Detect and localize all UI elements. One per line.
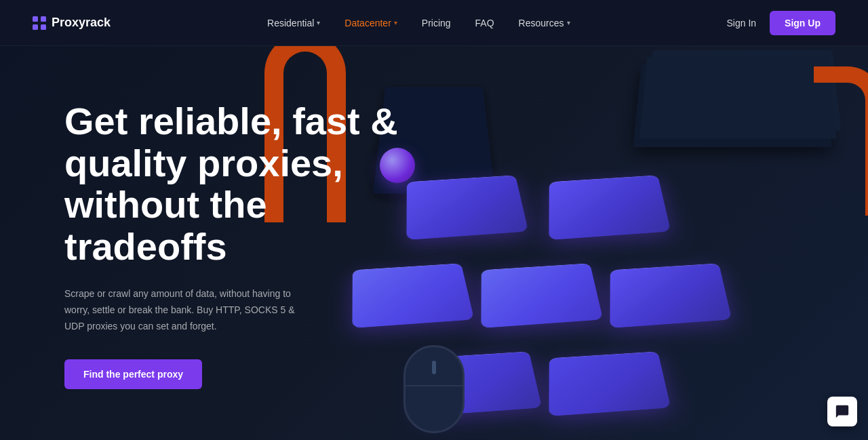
logo-text: Proxyrack (52, 16, 111, 30)
hero-subtitle: Scrape or crawl any amount of data, with… (64, 286, 295, 334)
svg-rect-2 (33, 24, 38, 30)
nav-item-datacenter[interactable]: Datacenter ▾ (344, 18, 397, 28)
tile-7 (549, 351, 671, 416)
signin-button[interactable]: Sign In (727, 18, 757, 28)
nav-item-faq[interactable]: FAQ (475, 18, 494, 28)
nav-item-residential[interactable]: Residential ▾ (267, 18, 320, 28)
tile-2 (549, 175, 671, 240)
cta-button[interactable]: Find the perfect proxy (64, 359, 202, 389)
mouse-icon (403, 345, 465, 433)
nav-link-resources[interactable]: Resources ▾ (519, 18, 570, 28)
nav-link-faq[interactable]: FAQ (475, 18, 494, 28)
mouse-wheel (432, 361, 436, 374)
chevron-down-icon: ▾ (317, 19, 320, 26)
nav-actions: Sign In Sign Up (727, 11, 835, 35)
tile-5 (610, 263, 732, 328)
logo[interactable]: Proxyrack (33, 16, 111, 30)
hero-content: Get reliable, fast & quality proxies, wi… (64, 100, 403, 389)
chat-widget[interactable] (827, 397, 857, 426)
navbar: Proxyrack Residential ▾ Datacenter ▾ Pri… (0, 0, 868, 46)
hero-section: Get reliable, fast & quality proxies, wi… (0, 46, 868, 440)
chat-icon (835, 404, 850, 419)
chevron-down-icon: ▾ (394, 19, 397, 26)
nav-link-datacenter[interactable]: Datacenter ▾ (344, 18, 397, 28)
nav-links: Residential ▾ Datacenter ▾ Pricing FAQ R… (267, 18, 570, 28)
logo-icon (33, 16, 46, 30)
arch-right (814, 66, 868, 216)
nav-link-residential[interactable]: Residential ▾ (267, 18, 320, 28)
nav-item-resources[interactable]: Resources ▾ (519, 18, 570, 28)
tile-1 (406, 175, 528, 240)
signup-button[interactable]: Sign Up (770, 11, 835, 35)
svg-rect-0 (33, 16, 38, 22)
nav-link-pricing[interactable]: Pricing (422, 18, 451, 28)
nav-item-pricing[interactable]: Pricing (422, 18, 451, 28)
svg-rect-1 (41, 16, 46, 22)
chevron-down-icon: ▾ (567, 19, 570, 26)
tile-4 (481, 263, 603, 328)
mouse-line (406, 385, 462, 386)
svg-rect-3 (41, 24, 46, 30)
hero-title: Get reliable, fast & quality proxies, wi… (64, 100, 403, 267)
